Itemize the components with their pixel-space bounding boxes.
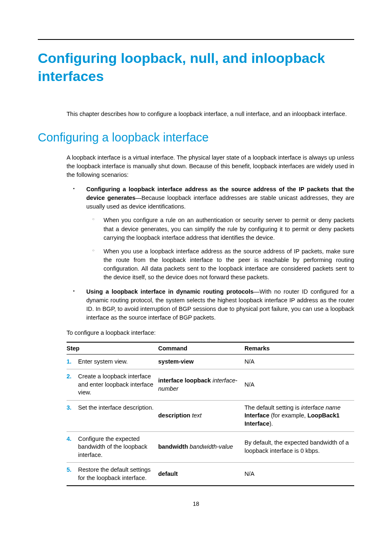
command-cell: bandwidth bandwidth-value (158, 431, 244, 463)
command-cell: system-view (158, 354, 244, 369)
step-description: Set the interface description. (78, 400, 158, 431)
table-row: 3. Set the interface description. descri… (67, 400, 354, 431)
step-number: 1. (67, 354, 78, 369)
table-body: 1. Enter system view. system-view N/A 2.… (67, 354, 354, 486)
step-number: 3. (67, 400, 78, 431)
command-cell: description text (158, 400, 244, 431)
step-description: Configure the expected bandwidth of the … (78, 431, 158, 463)
remarks-cell: By default, the expected bandwidth of a … (244, 431, 354, 463)
sub-list-item: When you use a loopback interface addres… (86, 247, 354, 282)
section-heading: Configuring a loopback interface (38, 131, 354, 144)
table-row: 4. Configure the expected bandwidth of t… (67, 431, 354, 463)
step-description: Enter system view. (78, 354, 158, 369)
list-item: Using a loopback interface in dynamic ro… (67, 287, 354, 322)
intro-paragraph: This chapter describes how to configure … (67, 110, 354, 118)
remarks-cell: The default setting is interface name In… (244, 400, 354, 431)
command-cell: interface loopback interface-number (158, 369, 244, 401)
table-lead-in: To configure a loopback interface: (67, 329, 354, 336)
step-description: Restore the default settings for the loo… (78, 463, 158, 486)
list-item: Configuring a loopback interface address… (67, 185, 354, 281)
page-title: Configuring loopback, null, and inloopba… (38, 49, 354, 85)
sub-list-item: When you configure a rule on an authenti… (86, 216, 354, 242)
step-description: Create a loopback interface and enter lo… (78, 369, 158, 401)
table-row: 2. Create a loopback interface and enter… (67, 369, 354, 401)
remarks-cell: N/A (244, 354, 354, 369)
horizontal-rule (38, 39, 354, 40)
bullet-lead: Using a loopback interface in dynamic ro… (86, 288, 254, 295)
table-header-remarks: Remarks (244, 342, 354, 355)
remarks-cell: N/A (244, 369, 354, 401)
section-paragraph: A loopback interface is a virtual interf… (67, 153, 354, 179)
config-table: Step Command Remarks 1. Enter system vie… (67, 342, 354, 487)
step-number: 5. (67, 463, 78, 486)
remarks-cell: N/A (244, 463, 354, 486)
table-header-command: Command (158, 342, 244, 355)
table-header-step: Step (67, 342, 158, 355)
step-number: 2. (67, 369, 78, 401)
page-number: 18 (38, 501, 354, 507)
sub-bullet-list: When you configure a rule on an authenti… (86, 216, 354, 281)
bullet-list: Configuring a loopback interface address… (67, 185, 354, 322)
step-number: 4. (67, 431, 78, 463)
table-row: 1. Enter system view. system-view N/A (67, 354, 354, 369)
table-row: 5. Restore the default settings for the … (67, 463, 354, 486)
command-cell: default (158, 463, 244, 486)
